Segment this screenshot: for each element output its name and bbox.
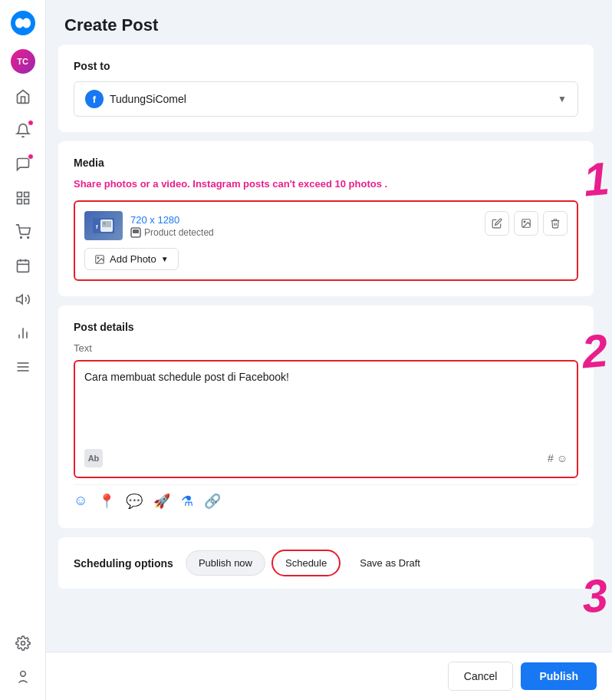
- svg-rect-3: [24, 200, 28, 204]
- annotation-2: 2: [580, 328, 609, 376]
- emoji-toolbar-icon[interactable]: ☺: [74, 493, 87, 510]
- post-to-dropdown[interactable]: f TudungSiComel ▼: [74, 81, 578, 117]
- media-card: Media Share photos or a video. Instagram…: [58, 141, 594, 296]
- message-badge: [28, 154, 34, 160]
- emoji-icon[interactable]: ☺: [557, 452, 568, 464]
- scheduling-label: Scheduling options: [74, 557, 173, 570]
- media-box: f 720 x 1280 Product de: [74, 200, 578, 281]
- toolbar-row: ☺ 📍 💬 🚀 ⚗ 🔗: [74, 484, 578, 513]
- svg-text:f: f: [96, 223, 98, 230]
- product-detected: Product detected: [130, 227, 214, 238]
- main-content: Create Post Post to f TudungSiComel ▼ Me…: [46, 0, 612, 700]
- schedule-tab[interactable]: Schedule: [271, 550, 341, 576]
- svg-point-29: [97, 257, 99, 259]
- sidebar: TC: [0, 0, 46, 700]
- facebook-page-icon: f: [85, 90, 104, 108]
- media-dimensions: 720 x 1280: [130, 214, 214, 226]
- media-subtitle: Share photos or a video. Instagram posts…: [74, 178, 578, 190]
- scheduling-card: Scheduling options Publish now Schedule …: [58, 537, 594, 589]
- sidebar-item-grid[interactable]: [9, 184, 37, 212]
- annotation-1: 1: [581, 156, 610, 204]
- media-info: 720 x 1280 Product detected: [130, 214, 214, 238]
- sidebar-item-shop[interactable]: [9, 218, 37, 246]
- notification-badge: [28, 120, 34, 126]
- add-photo-button[interactable]: Add Photo ▼: [84, 248, 179, 270]
- save-draft-tab[interactable]: Save as Draft: [347, 550, 433, 576]
- svg-point-4: [20, 237, 21, 239]
- media-thumbnail: f: [84, 211, 123, 240]
- ab-icon: Ab: [84, 449, 103, 467]
- lab-toolbar-icon[interactable]: ⚗: [181, 493, 193, 510]
- post-text-input[interactable]: [84, 371, 568, 440]
- add-photo-label: Add Photo: [110, 253, 156, 265]
- text-field-label: Text: [74, 342, 578, 354]
- svg-rect-0: [17, 193, 21, 197]
- sidebar-item-settings[interactable]: [9, 629, 37, 657]
- bottom-action-bar: Cancel Publish: [46, 652, 612, 700]
- sidebar-item-user[interactable]: [9, 663, 37, 691]
- meta-logo: [9, 9, 37, 37]
- text-area-footer: Ab # ☺: [84, 443, 568, 467]
- post-to-card: Post to f TudungSiComel ▼: [58, 45, 594, 132]
- svg-rect-25: [133, 229, 139, 233]
- post-details-label: Post details: [74, 321, 578, 333]
- sidebar-item-analytics[interactable]: [9, 319, 37, 347]
- svg-point-5: [27, 237, 28, 239]
- media-item: f 720 x 1280 Product de: [84, 211, 214, 240]
- sidebar-item-campaigns[interactable]: [9, 286, 37, 313]
- sidebar-item-calendar[interactable]: [9, 252, 37, 279]
- sidebar-item-notifications[interactable]: [9, 117, 37, 144]
- sidebar-item-home[interactable]: [9, 83, 37, 111]
- messenger-toolbar-icon[interactable]: 💬: [126, 493, 143, 510]
- sidebar-item-more[interactable]: [9, 353, 37, 381]
- scrollable-content: Post to f TudungSiComel ▼ Media Share ph…: [46, 45, 612, 652]
- edit-media-button[interactable]: [485, 211, 509, 236]
- post-to-label: Post to: [74, 60, 578, 72]
- add-photo-chevron: ▼: [161, 255, 169, 263]
- svg-rect-6: [17, 260, 28, 272]
- location-toolbar-icon[interactable]: 📍: [98, 493, 115, 510]
- sidebar-item-messages[interactable]: [9, 150, 37, 178]
- media-actions: [485, 211, 568, 236]
- chevron-down-icon: ▼: [558, 94, 567, 104]
- media-limit-highlight: 10 photos: [334, 178, 381, 190]
- delete-media-button[interactable]: [543, 211, 568, 236]
- selected-page-name: TudungSiComel: [110, 93, 186, 105]
- post-details-card: Post details Text Ab # ☺ ☺ 📍 💬 🚀 ⚗ 🔗: [58, 305, 594, 528]
- dropdown-left: f TudungSiComel: [85, 90, 186, 108]
- text-area-wrapper: Ab # ☺: [74, 360, 578, 478]
- publish-now-tab[interactable]: Publish now: [186, 550, 265, 576]
- link-toolbar-icon[interactable]: 🔗: [204, 493, 221, 510]
- svg-rect-1: [24, 193, 28, 197]
- text-tools: # ☺: [548, 452, 568, 464]
- svg-point-23: [103, 222, 106, 225]
- media-label: Media: [74, 157, 578, 169]
- cancel-button[interactable]: Cancel: [448, 662, 514, 691]
- svg-point-17: [21, 642, 25, 646]
- boost-toolbar-icon[interactable]: 🚀: [153, 493, 170, 510]
- svg-marker-10: [16, 295, 22, 304]
- svg-point-27: [524, 221, 525, 223]
- preview-media-button[interactable]: [514, 211, 538, 236]
- page-title: Create Post: [64, 15, 594, 35]
- svg-point-18: [20, 672, 25, 677]
- svg-rect-2: [17, 200, 21, 204]
- page-header: Create Post: [46, 0, 612, 45]
- avatar[interactable]: TC: [11, 49, 35, 74]
- publish-button[interactable]: Publish: [521, 662, 597, 690]
- hashtag-icon[interactable]: #: [548, 452, 554, 464]
